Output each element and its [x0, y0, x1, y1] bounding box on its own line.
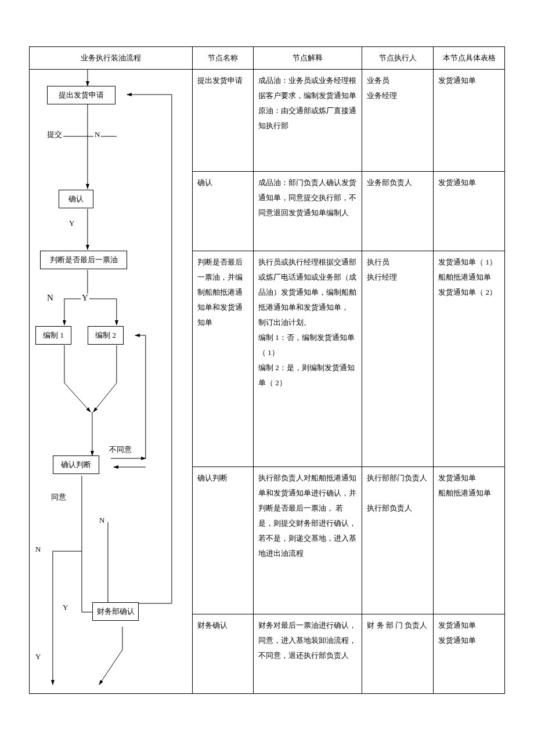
row1-desc: 成品油：部门负责人确认发货通知单，同意提交执行部，不同意退回发货通知单编制人 — [254, 172, 362, 251]
row3-form: 发货通知单 船舶抵港通知单 — [434, 466, 505, 614]
box-compile1-label: 编制 1 — [43, 331, 64, 339]
row0-desc: 成品油：业务员或业务经理根据客户要求，编制发货通知单 原油：由交通部或炼厂直接通… — [254, 70, 362, 172]
header-form: 本节点具体表格 — [434, 47, 505, 70]
row4-desc: 财务对最后一票油进行确认，同意，进入基地装卸油流程，不同意，退还执行部负责人 — [254, 614, 362, 694]
label-y3: Y — [62, 603, 69, 611]
row3-desc: 执行部负责人对船舶抵港通知单和发货通知单进行确认，并判断是否最后一票油， 若是，… — [254, 466, 362, 614]
box-apply: 提出发货申请 — [47, 86, 116, 104]
header-desc: 节点解释 — [254, 47, 362, 70]
label-n2: N — [46, 294, 55, 302]
box-judge-label: 判断是否最后一票油 — [50, 255, 118, 264]
row0-node: 提出发货申请 — [192, 70, 253, 172]
row4-node: 财务确认 — [192, 614, 253, 694]
row3-node: 确认判断 — [192, 466, 253, 614]
box-compile2-label: 编制 2 — [95, 331, 116, 339]
box-compile1: 编制 1 — [35, 326, 71, 345]
svg-line-14 — [93, 383, 117, 412]
box-finance: 财务部确认 — [92, 602, 139, 621]
box-confirm-judge: 确认判断 — [53, 455, 99, 474]
row1-form: 发货通知单 — [434, 172, 505, 251]
box-confirm: 确认 — [59, 190, 93, 208]
process-table: 业务执行装油流程 节点名称 节点解释 节点执行人 本节点具体表格 — [29, 46, 505, 694]
flowchart-cell: 提出发货申请 确认 判断是否最后一票油 编制 1 编制 2 确认判断 财务部确认… — [30, 70, 193, 694]
row2-node: 判断是否最后一票油，并编制船舶抵港通知单和发货通知单 — [192, 251, 253, 467]
label-y4: Y — [34, 653, 42, 660]
label-n4: N — [34, 545, 42, 553]
label-agree: 同意 — [50, 493, 67, 501]
row2-desc: 执行员或执行经理根据交通部或炼厂电话通知或业务部（成品油）发货通知单，编制船舶抵… — [254, 251, 362, 467]
row2-exec: 执行员 执行经理 — [362, 251, 434, 467]
flowchart-canvas: 提出发货申请 确认 判断是否最后一票油 编制 1 编制 2 确认判断 财务部确认… — [30, 70, 192, 693]
box-apply-label: 提出发货申请 — [59, 91, 104, 99]
box-confirm-judge-label: 确认判断 — [61, 460, 91, 469]
row4-exec: 财 务 部 门 负责人 — [362, 614, 434, 694]
svg-line-12 — [64, 383, 91, 412]
header-flow: 业务执行装油流程 — [30, 47, 193, 70]
row3-exec: 执行部部门负责人 执行部负责人 — [362, 466, 434, 614]
label-n3: N — [98, 516, 106, 524]
row4-form: 发货通知单 发货通知单 — [434, 614, 505, 694]
label-submit: 提交 — [46, 131, 63, 138]
row0-exec: 业务员 业务经理 — [362, 70, 434, 172]
label-disagree: 不同意 — [108, 446, 133, 453]
row1-node: 确认 — [192, 172, 253, 251]
box-confirm-label: 确认 — [68, 194, 84, 203]
box-finance-label: 财务部确认 — [97, 607, 135, 616]
header-exec: 节点执行人 — [362, 47, 434, 70]
label-y1: Y — [68, 219, 75, 227]
row2-form: 发货通知单（ 1） 船舶抵港通知单 发货通知单（ 2） — [434, 251, 505, 467]
header-node: 节点名称 — [192, 47, 253, 70]
svg-line-28 — [99, 650, 122, 685]
box-judge: 判断是否最后一票油 — [40, 251, 127, 269]
row0-form: 发货通知单 — [434, 70, 505, 172]
row1-exec: 业务部负责人 — [362, 172, 434, 251]
box-compile2: 编制 2 — [88, 326, 124, 345]
flowchart-lines — [30, 70, 192, 693]
label-y2: Y — [81, 294, 89, 302]
label-n1: N — [93, 131, 101, 138]
